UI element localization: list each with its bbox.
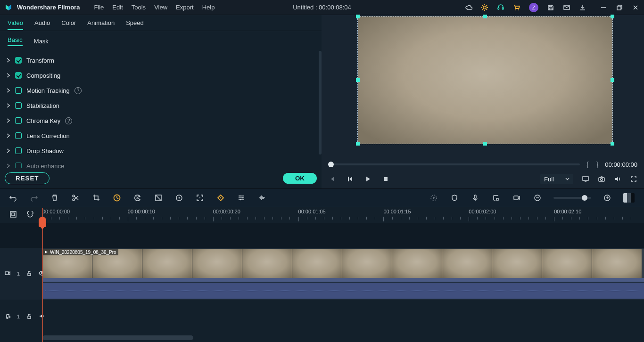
download-icon[interactable] [579,4,586,11]
window-close[interactable] [632,4,639,11]
resize-handle[interactable] [356,142,360,146]
expand-icon[interactable] [6,73,10,78]
mark-out-icon[interactable]: } [596,161,599,168]
speed-button[interactable] [112,193,122,203]
tab-animation[interactable]: Animation [87,19,115,26]
clip-audio[interactable] [42,283,644,299]
play-button[interactable] [364,175,372,183]
support-icon[interactable] [497,4,504,11]
motion-button[interactable] [195,193,205,203]
zoom-thumb[interactable] [582,195,587,201]
resize-handle[interactable] [611,78,614,82]
resize-handle[interactable] [356,15,360,18]
help-icon[interactable]: ? [65,117,72,124]
menu-file[interactable]: File [94,4,104,11]
record-button[interactable] [512,193,521,203]
preview-area[interactable] [322,15,644,159]
mixer-button[interactable] [491,193,501,203]
expand-icon[interactable] [6,163,10,168]
marker-button[interactable] [216,193,225,203]
checkbox[interactable] [15,102,22,109]
color-button[interactable] [133,193,142,203]
expand-icon[interactable] [6,103,10,108]
checkbox[interactable] [15,72,22,79]
option-stabilization[interactable]: Stabilization [6,98,316,113]
adjust-button[interactable] [237,193,246,203]
mute-icon[interactable] [39,313,44,320]
option-auto-enhance[interactable]: Auto enhance [6,158,316,168]
delete-button[interactable] [50,193,59,203]
checkbox[interactable] [15,117,22,124]
ok-button[interactable]: OK [283,173,317,184]
redo-button[interactable] [29,193,39,203]
save-icon[interactable] [547,4,554,11]
option-drop-shadow[interactable]: Drop Shadow [6,143,316,158]
keyframe-button[interactable] [174,193,184,203]
mail-icon[interactable] [563,4,570,11]
help-icon[interactable]: ? [74,87,82,94]
option-motion-tracking[interactable]: Motion Tracking ? [6,83,316,98]
lock-icon[interactable] [26,270,32,277]
display-icon[interactable] [582,175,589,183]
tab-video[interactable]: Video [8,19,23,30]
checkbox[interactable] [15,163,22,168]
zoom-slider[interactable] [553,197,591,199]
snapshot-icon[interactable] [598,175,605,183]
reset-button[interactable]: RESET [5,172,50,184]
split-button[interactable] [71,193,80,203]
window-minimize[interactable] [600,4,607,11]
zoom-out-button[interactable] [533,193,542,203]
tab-audio[interactable]: Audio [34,19,50,26]
scrubber-thumb[interactable] [328,162,334,167]
option-compositing[interactable]: Compositing [6,68,316,83]
greenscreen-button[interactable] [154,193,163,203]
option-transform[interactable]: Transform [6,53,316,68]
crop-button[interactable] [91,193,101,203]
expand-icon[interactable] [6,133,10,138]
expand-icon[interactable] [6,118,10,123]
menu-tools[interactable]: Tools [132,4,146,11]
expand-icon[interactable] [6,88,10,93]
scrubber-track[interactable] [328,163,580,165]
audio-button[interactable] [257,193,267,203]
guard-button[interactable] [450,193,459,203]
video-clip[interactable]: WIN_20220805_19_08_36_Pro [42,249,644,278]
cloud-icon[interactable] [465,4,472,11]
user-avatar[interactable]: Z [529,3,538,12]
menu-view[interactable]: View [154,4,167,11]
tab-speed[interactable]: Speed [126,19,144,26]
menu-help[interactable]: Help [202,4,215,11]
magnet-button[interactable] [25,210,35,219]
undo-button[interactable] [8,193,18,203]
resize-handle[interactable] [611,142,614,146]
mark-in-icon[interactable]: { [586,161,589,168]
render-button[interactable] [429,193,438,203]
zoom-in-button[interactable] [603,193,612,203]
volume-icon[interactable] [614,175,621,183]
tab-basic[interactable]: Basic [8,36,23,46]
resize-handle[interactable] [483,142,487,146]
voiceover-button[interactable] [471,193,480,203]
window-restore[interactable] [616,4,623,11]
step-back-button[interactable] [346,175,354,183]
tab-color[interactable]: Color [61,19,76,26]
quality-select[interactable]: Full [540,174,573,184]
stop-button[interactable] [382,175,389,183]
track-manage-button[interactable] [8,210,18,219]
checkbox[interactable] [15,57,22,64]
idea-icon[interactable] [481,4,488,11]
checkbox[interactable] [15,147,22,154]
option-lens-correction[interactable]: Lens Correction [6,128,316,143]
ruler[interactable]: 00:00:00:0000:00:00:1000:00:00:2000:00:0… [42,207,639,223]
expand-icon[interactable] [6,58,10,63]
preview-frame[interactable] [357,16,613,144]
playhead-handle[interactable] [39,217,46,227]
tab-mask[interactable]: Mask [34,38,49,45]
resize-handle[interactable] [483,15,487,18]
expand-icon[interactable] [6,148,10,153]
cart-icon[interactable] [513,4,520,11]
menu-export[interactable]: Export [176,4,194,11]
checkbox[interactable] [15,132,22,139]
fullscreen-icon[interactable] [630,175,637,183]
menu-edit[interactable]: Edit [112,4,123,11]
